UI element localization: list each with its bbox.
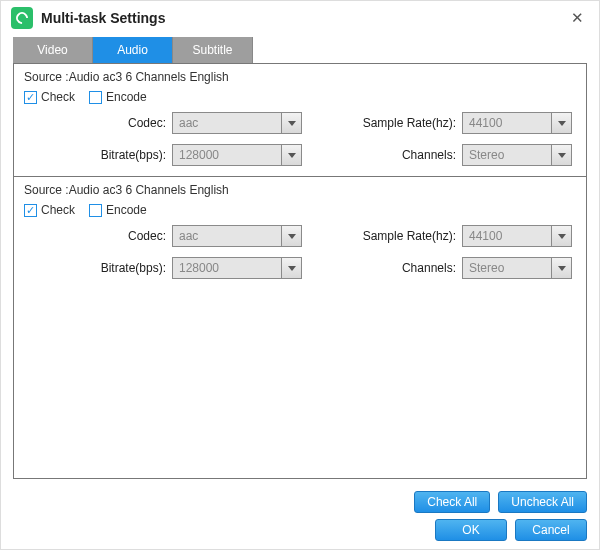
codec-select[interactable]: aac <box>172 112 302 134</box>
encode-checkbox[interactable]: Encode <box>89 90 147 104</box>
check-all-button[interactable]: Check All <box>414 491 490 513</box>
source-header: Source :Audio ac3 6 Channels English <box>22 70 578 84</box>
channels-label: Channels: <box>302 261 462 275</box>
dropdown-button[interactable] <box>551 226 571 246</box>
dropdown-button[interactable] <box>551 145 571 165</box>
channels-value: Stereo <box>463 258 551 278</box>
channels-label: Channels: <box>302 148 462 162</box>
bitrate-value: 128000 <box>173 145 281 165</box>
source-header: Source :Audio ac3 6 Channels English <box>22 183 578 197</box>
tab-subtitle[interactable]: Subtitle <box>173 37 253 63</box>
check-checkbox[interactable]: Check <box>24 90 75 104</box>
chevron-down-icon <box>558 266 566 271</box>
tab-video[interactable]: Video <box>13 37 93 63</box>
bitrate-select[interactable]: 128000 <box>172 257 302 279</box>
check-label: Check <box>41 90 75 104</box>
channels-select[interactable]: Stereo <box>462 144 572 166</box>
sample-rate-label: Sample Rate(hz): <box>302 229 462 243</box>
codec-label: Codec: <box>22 116 172 130</box>
chevron-down-icon <box>288 121 296 126</box>
codec-value: aac <box>173 113 281 133</box>
channels-select[interactable]: Stereo <box>462 257 572 279</box>
audio-panel: Source :Audio ac3 6 Channels English Che… <box>13 63 587 479</box>
chevron-down-icon <box>288 153 296 158</box>
encode-label: Encode <box>106 90 147 104</box>
bitrate-label: Bitrate(bps): <box>22 261 172 275</box>
check-label: Check <box>41 203 75 217</box>
sample-rate-select[interactable]: 44100 <box>462 112 572 134</box>
ok-button[interactable]: OK <box>435 519 507 541</box>
chevron-down-icon <box>558 121 566 126</box>
sample-rate-value: 44100 <box>463 226 551 246</box>
title-bar: Multi-task Settings ✕ <box>1 1 599 35</box>
sample-rate-label: Sample Rate(hz): <box>302 116 462 130</box>
encode-checkbox[interactable]: Encode <box>89 203 147 217</box>
source-block: Source :Audio ac3 6 Channels English Che… <box>14 64 586 177</box>
bitrate-label: Bitrate(bps): <box>22 148 172 162</box>
sample-rate-value: 44100 <box>463 113 551 133</box>
bitrate-select[interactable]: 128000 <box>172 144 302 166</box>
check-checkbox[interactable]: Check <box>24 203 75 217</box>
dropdown-button[interactable] <box>551 258 571 278</box>
uncheck-all-button[interactable]: Uncheck All <box>498 491 587 513</box>
source-block: Source :Audio ac3 6 Channels English Che… <box>14 177 586 289</box>
cancel-button[interactable]: Cancel <box>515 519 587 541</box>
dropdown-button[interactable] <box>281 258 301 278</box>
chevron-down-icon <box>288 234 296 239</box>
dropdown-button[interactable] <box>281 145 301 165</box>
app-icon <box>11 7 33 29</box>
codec-value: aac <box>173 226 281 246</box>
chevron-down-icon <box>288 266 296 271</box>
chevron-down-icon <box>558 153 566 158</box>
tab-bar: Video Audio Subtitle <box>13 37 587 63</box>
close-icon: ✕ <box>571 9 584 27</box>
codec-select[interactable]: aac <box>172 225 302 247</box>
dropdown-button[interactable] <box>551 113 571 133</box>
dropdown-button[interactable] <box>281 226 301 246</box>
bitrate-value: 128000 <box>173 258 281 278</box>
sample-rate-select[interactable]: 44100 <box>462 225 572 247</box>
checkbox-icon <box>89 204 102 217</box>
chevron-down-icon <box>558 234 566 239</box>
tab-audio[interactable]: Audio <box>93 37 173 63</box>
checkbox-icon <box>24 91 37 104</box>
channels-value: Stereo <box>463 145 551 165</box>
codec-label: Codec: <box>22 229 172 243</box>
footer: Check All Uncheck All OK Cancel <box>1 479 599 550</box>
close-button[interactable]: ✕ <box>565 6 589 30</box>
encode-label: Encode <box>106 203 147 217</box>
checkbox-icon <box>89 91 102 104</box>
dropdown-button[interactable] <box>281 113 301 133</box>
checkbox-icon <box>24 204 37 217</box>
window-title: Multi-task Settings <box>41 10 165 26</box>
